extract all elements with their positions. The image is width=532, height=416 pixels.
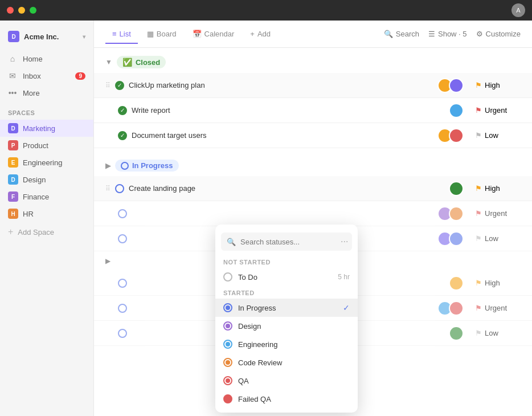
task-name-1[interactable]: Write report (132, 106, 449, 115)
task-checkbox-7[interactable] (118, 304, 127, 313)
priority-label: High (485, 184, 500, 193)
sidebar-item-engineering[interactable]: E Engineering (0, 154, 93, 171)
maximize-button[interactable] (30, 7, 36, 14)
failedqa-item-label: Failed QA (238, 395, 271, 403)
inprogress-chevron[interactable]: ▶ (105, 162, 111, 170)
dropdown-item-todo[interactable]: To Do 5 hr (215, 268, 358, 286)
task-checkbox-5[interactable] (118, 234, 127, 243)
task-checkbox-4[interactable] (118, 209, 127, 218)
todo-hint: 5 hr (338, 273, 350, 281)
task-name-0[interactable]: ClickUp marketing plan (129, 81, 437, 89)
avatar (449, 78, 464, 93)
close-button[interactable] (7, 7, 14, 14)
dropdown-item-engineering[interactable]: Engineering (215, 335, 358, 353)
content-area: ▼ ✅ Closed ⠿ ✓ ClickUp marketing plan ⚑ … (94, 48, 532, 416)
priority-7: ⚑ Urgent (475, 304, 521, 312)
tab-list[interactable]: ≡ List (105, 25, 138, 44)
customize-label: Customize (486, 30, 521, 38)
dropdown-item-inprogress[interactable]: In Progress ✓ (215, 299, 358, 317)
main-content: ≡ List ▦ Board 📅 Calendar + Add 🔍 Search (94, 21, 532, 416)
dropdown-item-failedqa[interactable]: Failed QA (215, 390, 358, 408)
avatar (449, 276, 464, 291)
tab-calendar-label: Calendar (204, 30, 235, 38)
sidebar-item-home[interactable]: ⌂ Home (0, 50, 93, 67)
minimize-button[interactable] (18, 7, 25, 14)
flag-icon: ⚑ (475, 106, 482, 115)
more-label: More (23, 89, 40, 97)
task-checkbox-3[interactable] (115, 184, 124, 193)
priority-label: Low (485, 329, 498, 337)
started-section: STARTED (215, 286, 358, 299)
add-space-button[interactable]: + Add Space (0, 222, 93, 242)
task-avatars-6 (449, 276, 464, 291)
dropdown-search-area: 🔍 ··· (221, 233, 352, 251)
task-checkbox-2[interactable]: ✓ (118, 131, 127, 140)
avatar (449, 128, 464, 143)
tab-board[interactable]: ▦ Board (140, 25, 183, 44)
dropdown-item-qa[interactable]: QA (215, 372, 358, 390)
table-row: ⚑ Urgent (94, 201, 532, 226)
dropdown-item-design[interactable]: Design (215, 317, 358, 335)
user-avatar[interactable]: A (511, 3, 525, 17)
group-inprogress-header: ▶ In Progress (94, 152, 532, 176)
hr-label: HR (23, 210, 34, 218)
check-icon: ✓ (343, 303, 350, 312)
sidebar-item-more[interactable]: ••• More (0, 84, 93, 101)
brand-name: Acme Inc. (24, 32, 59, 41)
todo-label: To Do (238, 273, 257, 282)
sidebar-item-design[interactable]: D Design (0, 171, 93, 188)
priority-3: ⚑ High (475, 184, 521, 193)
show-button[interactable]: ☰ Show · 5 (428, 30, 467, 38)
closed-badge: ✅ Closed (117, 56, 166, 68)
task-name-3[interactable]: Create landing page (129, 184, 449, 193)
avatar (449, 301, 464, 316)
add-space-plus-icon: + (8, 227, 13, 237)
priority-6: ⚑ High (475, 279, 521, 287)
inprogress-badge: In Progress (115, 160, 179, 172)
flag-icon: ⚑ (475, 304, 482, 312)
sidebar-item-finance[interactable]: F Finance (0, 188, 93, 205)
avatar (449, 231, 464, 246)
search-button[interactable]: 🔍 Search (384, 30, 419, 38)
closed-check-icon: ✅ (122, 58, 132, 67)
toolbar-right: 🔍 Search ☰ Show · 5 ⚙ Customize (384, 30, 521, 38)
design-icon: D (8, 174, 18, 185)
task-avatars-3 (449, 181, 464, 196)
expand-arrow-icon[interactable]: ▶ (105, 257, 111, 265)
codereview-circle-icon (223, 358, 232, 367)
spaces-section-label: Spaces (0, 101, 93, 120)
task-avatars-2 (437, 128, 464, 143)
brand-button[interactable]: D Acme Inc. ▾ (0, 27, 93, 50)
dropdown-menu-icon[interactable]: ··· (341, 236, 348, 247)
task-avatars-4 (437, 206, 464, 221)
priority-8: ⚑ Low (475, 329, 521, 337)
sidebar-item-product[interactable]: P Product (0, 137, 93, 154)
task-checkbox-1[interactable]: ✓ (118, 106, 127, 115)
codereview-item-label: Code Review (238, 358, 282, 367)
inprogress-label: In Progress (132, 161, 173, 170)
sidebar-item-hr[interactable]: H HR (0, 205, 93, 222)
priority-1: ⚑ Urgent (475, 106, 521, 115)
task-checkbox-8[interactable] (118, 329, 127, 338)
closed-chevron[interactable]: ▼ (105, 58, 112, 66)
inprogress-item-label: In Progress (238, 304, 276, 312)
tab-calendar[interactable]: 📅 Calendar (186, 25, 242, 44)
priority-label: Urgent (485, 106, 507, 115)
more-icon: ••• (8, 88, 17, 97)
sidebar-item-inbox[interactable]: ✉ Inbox 9 (0, 67, 93, 84)
dropdown-search-input[interactable] (240, 238, 336, 246)
task-checkbox-6[interactable] (118, 279, 127, 288)
task-avatars-7 (437, 301, 464, 316)
flag-icon: ⚑ (475, 279, 482, 287)
inbox-label: Inbox (23, 72, 41, 80)
task-name-2[interactable]: Document target users (132, 131, 437, 140)
product-label: Product (23, 141, 48, 150)
not-started-section: NOT STARTED (215, 255, 358, 268)
task-checkbox-0[interactable]: ✓ (115, 81, 124, 90)
marketing-icon: D (8, 123, 18, 133)
tab-add[interactable]: + Add (243, 25, 277, 44)
brand-icon: D (8, 31, 19, 42)
dropdown-item-codereview[interactable]: Code Review (215, 353, 358, 372)
sidebar-item-marketing[interactable]: D Marketing (0, 120, 93, 137)
customize-button[interactable]: ⚙ Customize (476, 30, 521, 38)
